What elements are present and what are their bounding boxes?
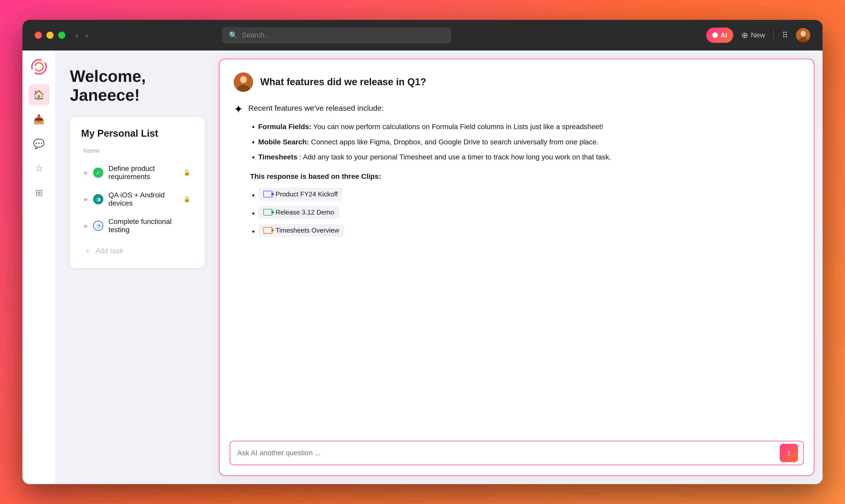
welcome-title: Welcome, Janeece!	[70, 67, 204, 105]
feature-name: Formula Fields:	[258, 123, 311, 131]
task-status-icon: ◑	[93, 194, 103, 204]
task-name: Complete functional testing	[108, 218, 190, 234]
add-task-button[interactable]: ＋ Add task	[81, 242, 193, 260]
sidebar-item-messages[interactable]: 💬	[28, 133, 50, 155]
add-icon: ＋	[84, 246, 91, 256]
play-icon	[271, 210, 274, 214]
divider	[773, 29, 774, 41]
task-list: ▶ ✓ Define product requirements 🔒 ▶ ◑ QA…	[81, 160, 193, 260]
list-item: Timesheets : Add any task to your person…	[258, 151, 799, 163]
home-icon: 🏠	[33, 90, 44, 100]
play-icon	[271, 228, 274, 232]
sidebar-item-favorites[interactable]: ☆	[28, 158, 50, 179]
svg-point-1	[801, 31, 806, 36]
list-item: Formula Fields: You can now perform calc…	[258, 121, 799, 133]
ai-question-text: What features did we release in Q1?	[260, 76, 426, 88]
maximize-button[interactable]	[58, 32, 65, 39]
list-title: My Personal List	[81, 128, 193, 139]
ai-response-intro: ✦ Recent features we've released include…	[234, 102, 799, 115]
expand-icon: ▶	[84, 196, 88, 202]
forward-button[interactable]: ›	[84, 30, 90, 41]
ai-question-header: What features did we release in Q1?	[234, 72, 799, 92]
feature-list: Formula Fields: You can now perform calc…	[258, 121, 799, 163]
ai-send-button[interactable]: ↑	[780, 444, 798, 462]
personal-list-card: My Personal List Name ▶ ✓ Define product…	[70, 117, 204, 268]
svg-point-6	[240, 76, 247, 83]
clip-tag[interactable]: Product FY24 Kickoff	[258, 188, 343, 201]
lock-icon: 🔒	[183, 169, 190, 176]
titlebar-right: AI ⊕ New ⠿	[706, 28, 810, 43]
clip-tag[interactable]: Release 3.12 Demo	[258, 206, 339, 219]
clip-name: Timesheets Overview	[275, 227, 339, 234]
favorites-icon: ☆	[35, 163, 43, 174]
video-icon	[263, 227, 272, 234]
user-avatar-small	[234, 72, 253, 92]
response-body: Formula Fields: You can now perform calc…	[250, 121, 799, 237]
clips-header: This response is based on three Clips:	[250, 173, 799, 181]
feature-name: Timesheets	[258, 153, 298, 161]
sparkle-icon: ✦	[234, 103, 243, 115]
ai-dot-icon	[712, 32, 718, 38]
ai-panel-content: What features did we release in Q1? ✦ Re…	[219, 59, 814, 435]
table-row[interactable]: ▶ ◔ Complete functional testing	[81, 214, 193, 238]
content-area: Welcome, Janeece! My Personal List Name …	[56, 51, 823, 484]
play-icon	[271, 192, 274, 196]
ai-badge-button[interactable]: AI	[706, 28, 733, 43]
back-button[interactable]: ‹	[73, 30, 80, 41]
clips-list: Product FY24 Kickoff Release 3.12 Demo	[258, 188, 799, 237]
main-layout: 🏠 📥 💬 ☆ ⊞ Welcome, Janeece! My Personal …	[22, 51, 823, 484]
task-status-icon: ✓	[93, 167, 103, 178]
list-item: Product FY24 Kickoff	[258, 188, 799, 201]
task-status-icon: ◔	[93, 221, 103, 231]
ai-badge-label: AI	[720, 31, 727, 39]
close-button[interactable]	[35, 32, 42, 39]
app-logo[interactable]	[31, 59, 47, 75]
nav-arrows: ‹ ›	[73, 30, 90, 41]
search-icon: 🔍	[229, 31, 238, 39]
table-row[interactable]: ▶ ✓ Define product requirements 🔒	[81, 160, 193, 185]
sidebar: 🏠 📥 💬 ☆ ⊞	[22, 51, 56, 484]
expand-icon: ▶	[84, 169, 88, 176]
apps-icon: ⊞	[35, 187, 43, 198]
ai-panel: What features did we release in Q1? ✦ Re…	[219, 59, 814, 476]
sidebar-item-home[interactable]: 🏠	[28, 84, 50, 106]
feature-desc: : Add any task to your personal Timeshee…	[299, 153, 611, 161]
sidebar-item-apps[interactable]: ⊞	[28, 182, 50, 203]
video-icon	[263, 191, 272, 197]
list-item: Release 3.12 Demo	[258, 206, 799, 219]
ai-input-container: ↑	[230, 441, 804, 465]
sidebar-item-inbox[interactable]: 📥	[28, 109, 50, 130]
user-avatar[interactable]	[796, 28, 810, 42]
grid-icon[interactable]: ⠿	[782, 30, 788, 40]
search-bar[interactable]: 🔍 Search...	[222, 27, 451, 43]
ai-input[interactable]	[237, 449, 780, 457]
clip-name: Release 3.12 Demo	[275, 209, 334, 216]
add-task-label: Add task	[95, 247, 123, 255]
send-icon: ↑	[787, 448, 791, 458]
inbox-icon: 📥	[33, 114, 44, 125]
response-intro-text: Recent features we've released include:	[248, 102, 384, 114]
clip-tag[interactable]: Timesheets Overview	[258, 224, 344, 237]
app-window: ‹ › 🔍 Search... AI ⊕ New ⠿	[22, 20, 823, 484]
task-name: Define product requirements	[108, 164, 178, 181]
feature-name: Mobile Search:	[258, 138, 309, 146]
svg-point-3	[32, 60, 46, 74]
table-row[interactable]: ▶ ◑ QA iOS + Android devices 🔒	[81, 187, 193, 212]
plus-icon: ⊕	[741, 30, 748, 40]
clip-name: Product FY24 Kickoff	[275, 190, 338, 198]
window-controls	[35, 32, 65, 39]
ai-input-area: ↑	[219, 435, 814, 475]
expand-icon: ▶	[84, 223, 88, 229]
col-name-header: Name	[81, 147, 193, 154]
left-panel: Welcome, Janeece! My Personal List Name …	[56, 51, 219, 484]
titlebar: ‹ › 🔍 Search... AI ⊕ New ⠿	[22, 20, 823, 51]
minimize-button[interactable]	[47, 32, 54, 39]
list-item: Timesheets Overview	[258, 224, 799, 237]
search-placeholder: Search...	[242, 31, 444, 39]
video-icon	[263, 209, 272, 216]
messages-icon: 💬	[33, 139, 44, 149]
feature-desc: You can now perform calculations on Form…	[313, 123, 604, 131]
lock-icon: 🔒	[183, 196, 190, 202]
new-button[interactable]: ⊕ New	[741, 30, 765, 40]
task-name: QA iOS + Android devices	[108, 191, 178, 208]
